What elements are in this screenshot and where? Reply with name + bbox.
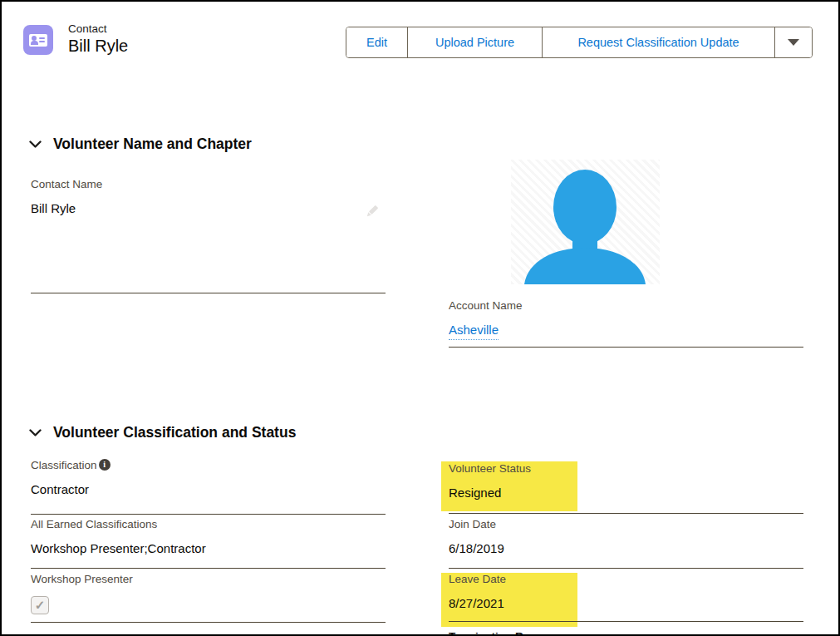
field-workshop-presenter: Workshop Presenter xyxy=(31,572,380,595)
edit-button[interactable]: Edit xyxy=(346,27,408,57)
field-contact-name: Contact Name Bill Ryle xyxy=(31,177,346,217)
field-volunteer-status: Volunteer Status Resigned xyxy=(449,461,764,501)
field-value: 6/18/2019 xyxy=(449,540,764,557)
field-all-earned-classifications: All Earned Classifications Workshop Pres… xyxy=(31,517,380,557)
field-label: Termination Reason xyxy=(449,629,764,636)
field-label: All Earned Classifications xyxy=(31,517,380,532)
field-underline xyxy=(31,568,386,569)
info-icon[interactable]: i xyxy=(99,459,111,471)
field-underline xyxy=(449,513,803,514)
field-termination-reason: Termination Reason xyxy=(449,629,764,636)
field-classification: Classificationi Contractor xyxy=(31,458,380,498)
field-label: Volunteer Status xyxy=(449,461,764,476)
checkbox-checked: ✓ xyxy=(31,596,49,614)
field-value: 8/27/2021 xyxy=(449,595,764,612)
field-leave-date: Leave Date 8/27/2021 xyxy=(449,572,764,612)
field-underline xyxy=(31,622,386,623)
field-underline xyxy=(31,514,386,515)
contact-record-page: Contact Bill Ryle Edit Upload Picture Re… xyxy=(0,0,840,636)
field-account-name: Account Name Asheville xyxy=(449,298,764,340)
field-underline xyxy=(31,293,386,293)
field-label: Leave Date xyxy=(449,572,764,587)
more-actions-button[interactable] xyxy=(775,27,812,57)
contact-card-icon xyxy=(29,34,47,47)
field-underline xyxy=(449,347,803,348)
field-value: Workshop Presenter;Contractor xyxy=(31,540,380,557)
field-join-date: Join Date 6/18/2019 xyxy=(449,517,764,557)
record-name-title: Bill Ryle xyxy=(68,36,128,56)
account-link[interactable]: Asheville xyxy=(449,322,499,340)
chevron-down-icon xyxy=(788,39,799,46)
section-volunteer-name-and-chapter[interactable]: Volunteer Name and Chapter xyxy=(29,134,252,154)
checkmark-icon: ✓ xyxy=(35,598,46,613)
profile-photo-placeholder xyxy=(511,160,660,284)
field-label: Join Date xyxy=(449,517,764,532)
section-title: Volunteer Name and Chapter xyxy=(53,134,252,154)
person-silhouette-icon xyxy=(511,160,660,284)
field-label: Classificationi xyxy=(31,458,380,473)
request-classification-update-button[interactable]: Request Classification Update xyxy=(543,27,775,57)
section-volunteer-classification-and-status[interactable]: Volunteer Classification and Status xyxy=(29,422,296,442)
field-underline xyxy=(449,621,803,622)
chevron-down-icon xyxy=(29,429,42,436)
field-label: Account Name xyxy=(449,298,764,313)
contact-entity-icon xyxy=(23,25,53,55)
chevron-down-icon xyxy=(29,141,42,148)
field-underline xyxy=(449,568,803,569)
action-button-group: Edit Upload Picture Request Classificati… xyxy=(346,27,813,58)
section-title: Volunteer Classification and Status xyxy=(53,422,296,442)
upload-picture-button[interactable]: Upload Picture xyxy=(408,27,543,57)
field-label: Contact Name xyxy=(31,177,346,192)
field-value: Resigned xyxy=(449,485,764,501)
field-value: Contractor xyxy=(31,481,380,498)
field-value: Bill Ryle xyxy=(31,200,346,217)
inline-edit-pencil-icon[interactable] xyxy=(364,204,380,219)
field-label: Workshop Presenter xyxy=(31,572,380,587)
record-type-label: Contact xyxy=(68,22,107,37)
